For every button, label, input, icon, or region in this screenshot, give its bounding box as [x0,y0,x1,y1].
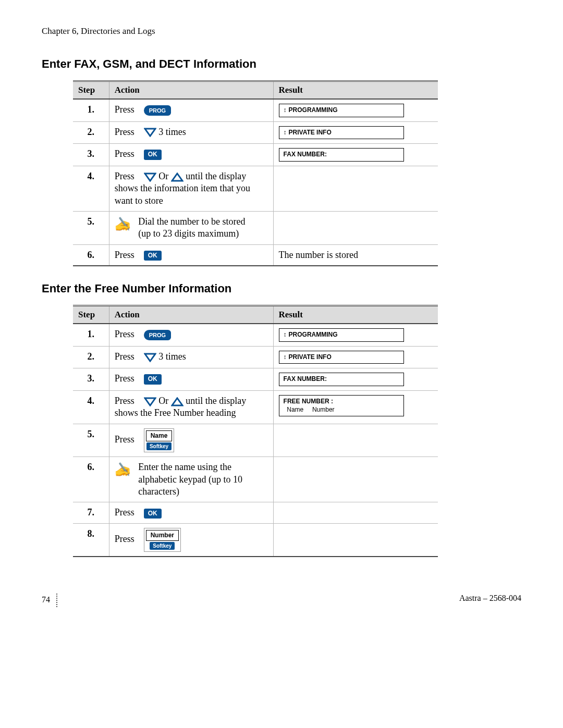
prog-button-icon: PROG [144,330,171,340]
col-result: Result [273,81,438,100]
step-number: 7. [73,502,109,523]
table-row: 3. Press OK FAX NUMBER: [73,368,438,391]
doc-id: Aastra – 2568-004 [459,594,521,607]
table-row: 8. Press Number Softkey [73,523,438,557]
action-text: Press [115,127,134,137]
step-number: 5. [73,424,109,457]
ok-button-icon: OK [144,374,162,385]
col-action: Action [109,81,273,100]
scroll-icon [284,353,289,361]
triangle-up-icon [171,397,183,406]
table-row: 3. Press OK FAX NUMBER: [73,144,438,166]
ok-button-icon: OK [144,509,162,519]
svg-marker-1 [145,174,155,181]
table-row: 2. Press 3 times PRIVATE INFO [73,121,438,144]
ok-button-icon: OK [144,150,162,160]
table-row: 1. Press PROG PROGRAMMING [73,324,438,346]
triangle-down-icon [144,172,156,182]
col-step: Step [73,81,109,100]
display-box: FAX NUMBER: [279,148,404,162]
scroll-icon [284,331,289,338]
page-number: 74 [42,595,50,604]
action-text: Dial the number to be stored (up to 23 d… [138,216,253,240]
step-number: 1. [73,324,109,346]
page-footer: 74 Aastra – 2568-004 [42,594,521,607]
action-text: Press [115,434,134,445]
step-number: 4. [73,166,109,211]
table-row: 6. ✍ Enter the name using the alphabetic… [73,457,438,502]
table-row: 4. Press Or until the display shows the … [73,390,438,424]
step-number: 8. [73,523,109,557]
action-text: Press [115,396,134,406]
footer-divider-icon [56,594,57,607]
action-text: Press [115,351,134,362]
or-text: Or [158,171,168,181]
number-softkey-icon: Number Softkey [144,528,181,552]
hand-icon: ✍ [115,216,131,233]
action-text: Enter the name using the alphabetic keyp… [138,461,253,498]
table-row: 1. Press PROG PROGRAMMING [73,99,438,121]
action-suffix: 3 times [158,351,186,362]
step-number: 2. [73,346,109,368]
triangle-up-icon [171,172,183,182]
table-row: 2. Press 3 times PRIVATE INFO [73,346,438,368]
section-heading-1: Enter FAX, GSM, and DECT Information [42,57,521,71]
action-text: Press [115,373,134,384]
step-number: 2. [73,121,109,144]
action-text: Press [115,250,134,260]
table-row: 5. ✍ Dial the number to be stored (up to… [73,211,438,244]
display-box: FREE NUMBER : Name Number [279,395,404,416]
svg-marker-0 [145,129,155,136]
table-row: 6. Press OK The number is stored [73,244,438,266]
ok-button-icon: OK [144,251,162,261]
table-row: 4. Press Or until the display shows the … [73,166,438,211]
action-text: Press [115,507,134,517]
action-text: Press [115,329,134,339]
step-number: 3. [73,144,109,166]
step-number: 3. [73,368,109,391]
scroll-icon [284,129,289,136]
action-text: Press [115,534,134,544]
display-box: FAX NUMBER: [279,373,404,386]
triangle-down-icon [144,397,156,406]
result-text: The number is stored [279,250,358,260]
table-row: 7. Press OK [73,502,438,523]
col-action: Action [109,306,273,324]
hand-icon: ✍ [115,461,131,479]
svg-marker-3 [145,354,155,361]
step-number: 5. [73,211,109,244]
display-box: PRIVATE INFO [279,351,404,364]
step-number: 4. [73,390,109,424]
prog-button-icon: PROG [144,105,171,116]
svg-marker-2 [172,174,182,181]
step-number: 1. [73,99,109,121]
display-box: PROGRAMMING [279,328,404,342]
col-result: Result [273,306,438,324]
svg-marker-4 [145,398,155,405]
triangle-down-icon [144,353,156,362]
section-heading-2: Enter the Free Number Information [42,282,521,295]
table-free-number: Step Action Result 1. Press PROG PROGRAM… [73,305,438,557]
action-text: Press [115,171,134,181]
name-softkey-icon: Name Softkey [144,428,175,453]
action-text: Press [115,149,134,159]
triangle-down-icon [144,128,156,137]
step-number: 6. [73,244,109,266]
col-step: Step [73,306,109,324]
scroll-icon [284,106,289,114]
table-fax-gsm-dect: Step Action Result 1. Press PROG PROGRAM… [73,80,438,266]
or-text: Or [158,396,168,406]
display-box: PROGRAMMING [279,104,404,117]
display-box: PRIVATE INFO [279,126,404,140]
action-suffix: 3 times [158,127,186,137]
svg-marker-5 [172,398,182,405]
chapter-header: Chapter 6, Directories and Logs [42,26,521,36]
action-text: Press [115,104,134,115]
step-number: 6. [73,457,109,502]
table-row: 5. Press Name Softkey [73,424,438,457]
